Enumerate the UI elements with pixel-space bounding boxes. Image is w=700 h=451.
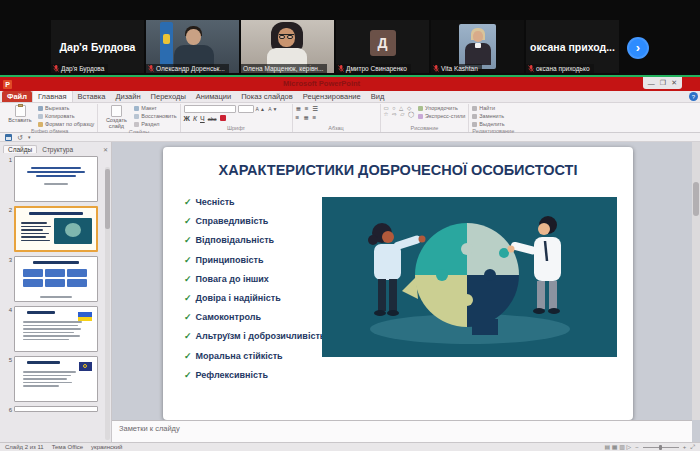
participant-label: Дмитро Свинаренко [336,64,411,73]
check-icon: ✓ [184,312,192,322]
participant-tile-oksana[interactable]: оксана приход... оксана приходько [526,20,619,73]
slide-canvas: ХАРАКТЕРИСТИКИ ДОБРОЧЕСНОЇ ОСОБИСТОСТІ ✓… [112,142,700,442]
tab-slides[interactable]: Слайды [3,145,37,153]
close-button[interactable]: ✕ [671,79,677,87]
tab-slideshow[interactable]: Показ слайдов [236,91,298,102]
thumbnail-row-1: 1 [3,156,102,202]
tab-insert[interactable]: Вставка [73,91,111,102]
slide-thumbnail-3[interactable] [14,256,98,302]
undo-button[interactable]: ↺ [17,134,23,141]
bullet-item: ✓Справедливість [184,212,325,231]
panel-close-icon[interactable]: ✕ [103,146,108,153]
slide-thumbnail-4[interactable] [14,306,98,352]
new-slide-button[interactable]: Создать слайд [101,105,131,129]
save-icon[interactable] [5,134,12,141]
paste-button[interactable]: Вставить [5,105,35,123]
zoom-out-button[interactable]: − [635,444,639,450]
format-painter-button[interactable]: Формат по образцу [38,121,94,128]
next-participants-button[interactable]: › [627,37,649,59]
strikethrough-button[interactable]: abc [208,116,217,122]
slides-panel: Слайды Структура ✕ 1 [0,142,112,442]
zoom-slider[interactable] [643,447,679,448]
status-bar: Слайд 2 из 11 Тема Office украинский ▤ ▦… [0,442,700,451]
puzzle-head-illustration [322,197,617,357]
tab-view[interactable]: Вид [366,91,390,102]
current-slide[interactable]: ХАРАКТЕРИСТИКИ ДОБРОЧЕСНОЇ ОСОБИСТОСТІ ✓… [163,147,633,420]
view-buttons[interactable]: ▤ ▦ ▥ ▷ [605,444,632,450]
slide-thumbnail-5[interactable] [14,356,98,402]
replace-button[interactable]: Заменить [472,113,504,120]
group-label: Шрифт [184,125,289,132]
reset-button[interactable]: Восстановить [134,113,176,120]
italic-button[interactable]: К [193,115,197,122]
bullet-item: ✓Повага до інших [184,270,325,289]
tab-outline[interactable]: Структура [38,146,77,153]
notes-pane[interactable]: Заметки к слайду [112,420,692,442]
zoom-in-button[interactable]: + [683,444,687,450]
layout-button[interactable]: Макет [134,105,176,112]
participant-label: Олена Марценюк, керівн... [241,64,327,73]
tab-review[interactable]: Рецензирование [298,91,366,102]
participant-label: Дар'я Бурдова [51,64,108,73]
group-label: Абзац [296,125,377,132]
participant-tile-olena-active-speaker[interactable]: Олена Марценюк, керівн... [241,20,334,73]
underline-button[interactable]: Ч [200,115,205,122]
muted-mic-icon [148,65,154,72]
flag-banner [160,22,173,67]
check-icon: ✓ [184,274,192,284]
qat-dropdown[interactable]: ▾ [28,135,31,140]
bold-button[interactable]: Ж [184,115,190,122]
align-buttons[interactable]: ≡ ≣ ≡ [296,114,318,122]
bullet-item: ✓Моральна стійкість [184,347,325,366]
grow-shrink-font-buttons[interactable]: А▲ А▼ [256,106,279,112]
fit-to-window-button[interactable]: ⤢ [690,444,695,450]
font-color-button[interactable] [220,115,226,121]
notes-placeholder: Заметки к слайду [119,424,180,433]
status-theme: Тема Office [52,444,83,450]
tab-design[interactable]: Дизайн [110,91,145,102]
bullet-item: ✓Довіра і надійність [184,289,325,308]
slide-thumbnail-1[interactable] [14,156,98,202]
ribbon-group-slides: Создать слайд Макет Восстановить Раздел … [98,104,180,132]
participant-tile-vita[interactable]: Vita Kashtan [431,20,524,73]
tab-animations[interactable]: Анимации [191,91,236,102]
canvas-scrollbar[interactable] [692,142,700,420]
participant-tile-dmytro[interactable]: Д Дмитро Свинаренко [336,20,429,73]
help-icon[interactable]: ? [689,92,698,101]
clipboard-icon [15,105,26,117]
participant-tile-oleksandr[interactable]: Олександр Доренськ... [146,20,239,73]
participant-tile-darya[interactable]: Дар'я Бурдова Дар'я Бурдова [51,20,144,73]
cut-button[interactable]: Вырезать [38,105,94,112]
slide-number: 2 [3,206,12,252]
slide-thumbnail-2-selected[interactable] [14,206,98,252]
tab-transitions[interactable]: Переходы [146,91,191,102]
arrange-button[interactable]: Упорядочить [418,105,465,112]
tab-home[interactable]: Главная [32,90,73,102]
check-icon: ✓ [184,235,192,245]
bullet-item: ✓Чесність [184,193,325,212]
thumbnail-image [54,218,92,244]
select-button[interactable]: Выделить [472,121,504,128]
thumbnail-row-4: 4 [3,306,102,352]
maximize-button[interactable]: ❐ [660,79,666,87]
section-button[interactable]: Раздел [134,121,176,128]
ribbon-tab-row: Файл Главная Вставка Дизайн Переходы Ани… [0,91,700,103]
list-buttons[interactable]: ≣ ≡ ☰ [296,105,320,113]
font-size-select[interactable] [238,105,254,113]
panel-scrollbar[interactable] [105,167,110,440]
thumbnail-diagram [23,269,91,287]
work-area: Слайды Структура ✕ 1 [0,142,700,442]
copy-button[interactable]: Копировать [38,113,94,120]
minimize-button[interactable]: — [648,80,655,87]
muted-mic-icon [53,65,59,72]
font-name-select[interactable] [184,105,236,113]
shapes-gallery-row2[interactable]: ☆ ⇨ ▱ ◯ [384,111,416,117]
slide-thumbnail-6[interactable] [14,406,98,412]
thumbnail-row-5: 5 [3,356,102,402]
window-controls: — ❐ ✕ [643,77,682,89]
quick-styles-button[interactable]: Экспресс-стили [418,113,465,120]
tab-file[interactable]: Файл [2,91,32,102]
find-button[interactable]: Найти [472,105,504,112]
check-icon: ✓ [184,216,192,226]
title-bar[interactable]: P Microsoft PowerPoint — ❐ ✕ [0,77,700,91]
